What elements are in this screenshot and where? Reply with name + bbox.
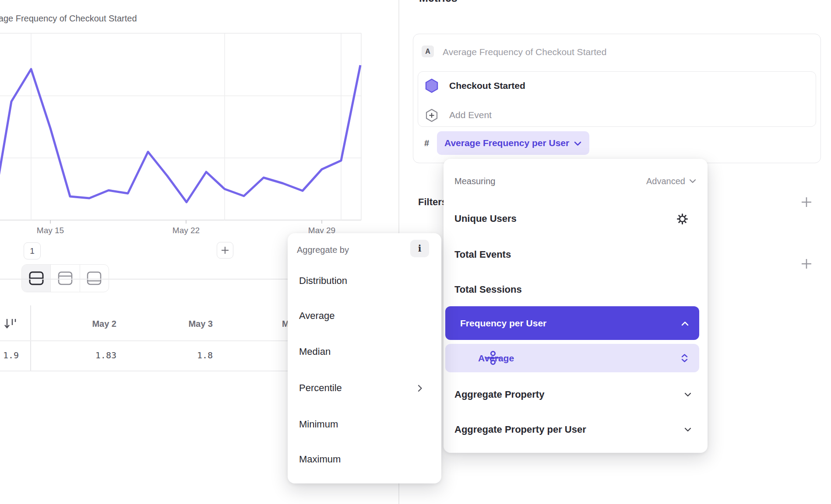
chevron-right-icon <box>418 385 423 392</box>
chevron-down-icon <box>689 179 696 183</box>
table-column-separator <box>30 305 31 371</box>
chevron-down-icon <box>574 141 581 146</box>
table-row-border <box>0 371 334 371</box>
menu-item-total-events[interactable]: Total Events <box>444 248 708 262</box>
add-event-button[interactable]: Add Event <box>449 108 492 121</box>
gear-icon[interactable] <box>676 213 688 225</box>
plus-icon <box>801 258 812 270</box>
table-header-border <box>0 340 334 341</box>
event-row[interactable]: Checkout Started <box>449 79 525 93</box>
menu-item-distribution[interactable]: Distribution <box>288 274 441 288</box>
chevron-down-icon <box>684 392 691 397</box>
layout-table-only-button[interactable] <box>80 265 109 292</box>
chevron-down-icon <box>684 427 691 432</box>
info-icon[interactable]: i <box>410 240 429 257</box>
hash-label: # <box>424 137 429 149</box>
plus-icon <box>221 246 229 255</box>
metrics-heading: Metrics <box>419 0 458 4</box>
metric-name-input[interactable]: Average Frequency of Checkout Started <box>443 46 606 57</box>
advanced-toggle[interactable]: Advanced <box>646 176 696 186</box>
add-event-hexagon-icon <box>426 108 438 122</box>
table-header-cell[interactable]: May 3 <box>147 318 213 329</box>
add-filter-button[interactable] <box>800 196 813 209</box>
selected-item-label: Frequency per User <box>460 318 546 329</box>
event-hexagon-icon <box>425 78 438 93</box>
metric-label-badge: A <box>422 46 434 57</box>
divide-icon <box>485 350 501 365</box>
advanced-label: Advanced <box>646 176 685 186</box>
menu-item-unique-users[interactable]: Unique Users <box>444 212 708 226</box>
sort-icon[interactable] <box>4 317 17 330</box>
menu-item-frequency-per-user[interactable]: Frequency per User <box>445 306 699 340</box>
top-panel-icon <box>57 271 73 286</box>
measuring-menu: Measuring Advanced Unique Users Total Ev… <box>444 159 708 453</box>
layout-split-button[interactable] <box>22 265 50 292</box>
x-tick-label: May 22 <box>160 226 212 235</box>
plus-icon <box>801 196 812 208</box>
menu-item-aggregate-property[interactable]: Aggregate Property <box>444 388 708 402</box>
menu-item-aggregate-property-per-user[interactable]: Aggregate Property per User <box>444 423 708 437</box>
measure-dropdown-pill[interactable]: Average Frequency per User <box>437 131 589 155</box>
select-arrows-icon <box>681 354 688 362</box>
menu-item-median[interactable]: Median <box>288 345 441 359</box>
aggregate-by-heading: Aggregate by <box>297 245 349 255</box>
menu-subitem-average[interactable]: Average <box>445 344 699 372</box>
measure-pill-label: Average Frequency per User <box>444 138 569 148</box>
line-chart <box>0 0 368 245</box>
table-cell: 1.83 <box>51 350 116 361</box>
measuring-heading: Measuring <box>454 176 495 186</box>
menu-item-total-sessions[interactable]: Total Sessions <box>444 283 708 297</box>
layout-chart-only-button[interactable] <box>50 265 79 292</box>
add-series-button[interactable] <box>217 242 233 259</box>
table-cell: 1.8 <box>147 350 213 361</box>
bottom-panel-icon <box>86 271 102 286</box>
filters-heading: Filters <box>418 196 447 208</box>
series-count-badge[interactable]: 1 <box>24 242 41 259</box>
event-group: Checkout Started Add Event <box>418 71 816 127</box>
chevron-up-icon <box>681 321 689 326</box>
menu-item-average[interactable]: Average <box>288 309 441 323</box>
split-rows-icon <box>28 271 44 286</box>
add-item-button[interactable] <box>800 257 813 270</box>
table-header-cell[interactable]: May 2 <box>51 318 116 329</box>
chart-line <box>0 65 360 215</box>
table-cell: 1.9 <box>0 350 19 361</box>
menu-item-maximum[interactable]: Maximum <box>288 452 441 466</box>
layout-toggle-group <box>21 264 109 292</box>
app-root: Average Frequency of Checkout Started Ma… <box>0 0 831 504</box>
metric-card: A Average Frequency of Checkout Started … <box>413 34 821 163</box>
x-tick-label: May 15 <box>24 226 77 235</box>
aggregate-by-menu: Aggregate by i Distribution Average Medi… <box>288 233 441 483</box>
menu-item-minimum[interactable]: Minimum <box>288 417 441 431</box>
